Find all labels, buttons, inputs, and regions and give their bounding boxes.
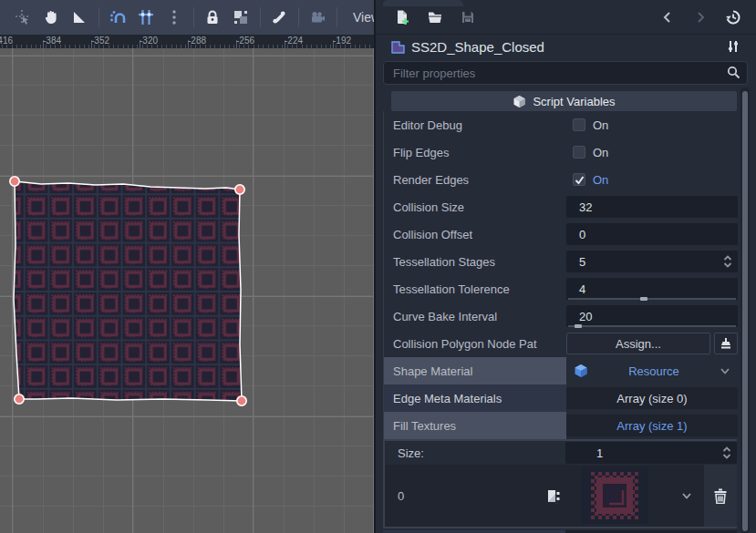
delete-element-button[interactable] bbox=[704, 465, 737, 527]
filter-properties bbox=[383, 61, 748, 85]
camera-icon[interactable] bbox=[306, 5, 329, 29]
load-resource-icon[interactable] bbox=[423, 5, 447, 29]
resource-cube-icon bbox=[574, 364, 588, 378]
grid-snap-icon[interactable] bbox=[134, 5, 158, 29]
array-size-caption: Size: bbox=[385, 446, 565, 460]
inspector-scrollbar[interactable] bbox=[740, 87, 750, 533]
property-row-collision-offset: Collision Offset 0 bbox=[383, 220, 737, 248]
slider-grabber[interactable] bbox=[640, 297, 647, 301]
texture-preview[interactable] bbox=[581, 467, 648, 524]
property-label: Collision Offset bbox=[384, 220, 566, 248]
check-icon bbox=[575, 175, 585, 185]
ruler-label: -416 bbox=[0, 36, 13, 46]
fill-textures-array-editor: Size: 1 0 bbox=[383, 439, 737, 528]
ruler-mode-icon[interactable] bbox=[67, 5, 91, 29]
smart-snap-icon[interactable] bbox=[106, 5, 129, 29]
property-row-shape-material: Shape Material Resource bbox=[383, 357, 737, 384]
toolbar-separator bbox=[337, 7, 337, 27]
godot-editor: View -416 -384 -352 -320 -288 -256 -224 … bbox=[0, 0, 756, 533]
trash-icon bbox=[713, 488, 728, 504]
canvas-toolbar: View bbox=[0, 0, 374, 35]
property-row-render-edges: Render Edges On bbox=[383, 166, 737, 193]
fill-textures-array-button[interactable]: Array (size 1) bbox=[566, 415, 738, 436]
category-script-variables[interactable]: Script Variables bbox=[391, 91, 737, 111]
property-label: Collision Polygon Node Pat bbox=[384, 330, 566, 357]
pan-tool-icon[interactable] bbox=[39, 5, 63, 29]
collision-size-field[interactable]: 32 bbox=[566, 196, 738, 218]
field-value: 4 bbox=[566, 282, 585, 296]
property-row-curve-bake-interval: Curve Bake Interval 20 bbox=[383, 302, 737, 330]
property-label: Tessellation Tolerence bbox=[384, 275, 566, 302]
property-label[interactable]: Fill Textures bbox=[384, 412, 566, 439]
field-value: 1 bbox=[565, 446, 603, 460]
toolbar-separator bbox=[298, 7, 299, 27]
ruler-label: -288 bbox=[188, 36, 206, 46]
node-type-icon bbox=[390, 39, 406, 55]
field-value: 0 bbox=[566, 228, 585, 241]
property-label[interactable]: Shape Material bbox=[384, 357, 566, 384]
field-value: 32 bbox=[566, 200, 592, 214]
checkbox-label: On bbox=[593, 118, 608, 132]
2d-viewport[interactable] bbox=[0, 48, 374, 533]
property-label: Render Edges bbox=[384, 166, 566, 193]
shape-polygon[interactable] bbox=[14, 181, 242, 401]
bone-icon[interactable] bbox=[267, 5, 291, 29]
canvas-area: View -416 -384 -352 -320 -288 -256 -224 … bbox=[0, 0, 374, 533]
spinner-icon[interactable] bbox=[723, 254, 732, 269]
property-label: Curve Bake Interval bbox=[384, 302, 566, 330]
flip-edges-checkbox[interactable] bbox=[573, 146, 585, 159]
element-index: 0 bbox=[385, 489, 545, 503]
toolbar-separator bbox=[98, 7, 99, 27]
pick-node-button[interactable] bbox=[714, 333, 738, 354]
property-label[interactable]: Edge Meta Materials bbox=[384, 384, 566, 412]
snap-options-icon[interactable] bbox=[162, 5, 186, 29]
selected-node-row: SS2D_Shape_Closed bbox=[376, 35, 756, 58]
property-row-edge-meta-materials: Edge Meta Materials Array (size 0) bbox=[383, 384, 737, 412]
shape-material-resource-dropdown[interactable]: Resource bbox=[566, 360, 738, 382]
property-row-collision-polygon-node-path: Collision Polygon Node Pat Assign... bbox=[383, 330, 737, 357]
save-resource-icon[interactable] bbox=[456, 5, 480, 29]
property-row-fill-textures: Fill Textures Array (size 1) bbox=[383, 412, 737, 439]
property-label: Editor Debug bbox=[384, 111, 566, 138]
lock-icon[interactable] bbox=[201, 5, 224, 29]
tessellation-stages-spinbox[interactable]: 5 bbox=[566, 251, 738, 272]
assign-node-path-button[interactable]: Assign... bbox=[566, 333, 710, 354]
filter-properties-input[interactable] bbox=[383, 61, 748, 85]
spinner-icon[interactable] bbox=[722, 446, 731, 460]
history-forward-icon[interactable] bbox=[689, 5, 712, 29]
array-size-spinbox[interactable]: 1 bbox=[565, 442, 737, 464]
slider-grabber[interactable] bbox=[575, 324, 582, 328]
history-back-icon[interactable] bbox=[656, 5, 679, 29]
checkbox-label: On bbox=[593, 146, 608, 159]
array-element-row: 0 bbox=[385, 465, 737, 527]
collision-offset-field[interactable]: 0 bbox=[566, 223, 738, 245]
scrollbar-thumb[interactable] bbox=[742, 91, 748, 531]
properties-list: Script Variables Editor Debug On Flip Ed… bbox=[383, 87, 737, 533]
slider-track[interactable] bbox=[568, 298, 736, 300]
drag-tool-icon[interactable] bbox=[11, 5, 35, 29]
tessellation-tolerence-slider[interactable]: 4 bbox=[566, 278, 738, 300]
chevron-down-icon[interactable] bbox=[681, 490, 692, 501]
inspector-toolbar bbox=[376, 2, 756, 33]
ruler-label: -192 bbox=[333, 36, 351, 46]
pick-node-icon bbox=[720, 337, 732, 350]
slider-track[interactable] bbox=[568, 325, 736, 327]
property-label: Flip Edges bbox=[384, 138, 566, 166]
history-icon[interactable] bbox=[721, 5, 745, 29]
inspector-dock: SS2D_Shape_Closed Script Variables Edito… bbox=[374, 0, 756, 533]
edit-resource-icon[interactable] bbox=[545, 488, 561, 504]
group-selection-icon[interactable] bbox=[229, 5, 253, 29]
property-row-tessellation-stages: Tessellation Stages 5 bbox=[383, 248, 737, 275]
field-value: 5 bbox=[566, 255, 585, 269]
ruler-label: -384 bbox=[43, 36, 61, 46]
render-edges-checkbox[interactable] bbox=[573, 173, 585, 186]
extra-tools-icon[interactable] bbox=[721, 35, 745, 58]
ruler-label: -224 bbox=[285, 36, 303, 46]
editor-debug-checkbox[interactable] bbox=[573, 118, 585, 131]
edge-meta-materials-array-button[interactable]: Array (size 0) bbox=[566, 387, 738, 409]
array-size-label: Array (size 1) bbox=[616, 419, 687, 433]
new-resource-icon[interactable] bbox=[390, 5, 414, 29]
curve-bake-interval-slider[interactable]: 20 bbox=[566, 305, 738, 327]
property-row-flip-edges: Flip Edges On bbox=[383, 138, 737, 166]
script-icon bbox=[513, 95, 526, 108]
